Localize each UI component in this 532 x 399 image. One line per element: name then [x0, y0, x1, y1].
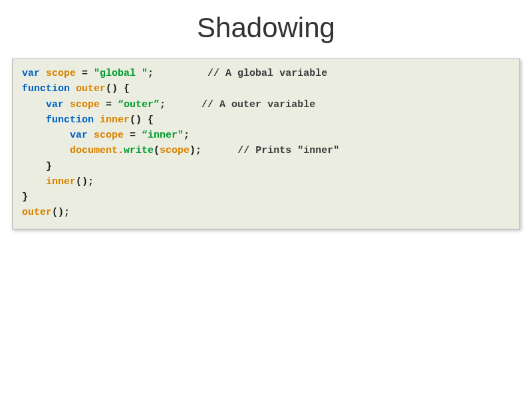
- parens: (): [106, 83, 118, 94]
- code-line-10: outer();: [22, 205, 510, 220]
- code-line-1: var scope = "global "; // A global varia…: [22, 66, 510, 81]
- semicolon: ;: [148, 68, 154, 79]
- code-line-9: }: [22, 190, 510, 205]
- semicolon: ;: [64, 207, 70, 218]
- parens: (): [52, 207, 64, 218]
- semicolon: ;: [196, 145, 201, 156]
- gap: [201, 145, 237, 156]
- code-line-4: function inner() {: [22, 112, 510, 128]
- code-line-8: inner();: [22, 174, 510, 190]
- semicolon: ;: [88, 176, 94, 188]
- identifier-scope: scope: [160, 145, 190, 156]
- code-block: var scope = "global "; // A global varia…: [12, 59, 520, 229]
- string-inner: “inner": [142, 130, 184, 141]
- keyword-var: var: [46, 99, 64, 110]
- equals: =: [100, 99, 118, 110]
- semicolon: ;: [184, 130, 190, 141]
- brace-close: }: [46, 161, 52, 172]
- parens: (): [76, 176, 88, 188]
- slide-title: Shadowing: [0, 12, 532, 44]
- code-line-5: var scope = “inner";: [22, 128, 510, 143]
- identifier-scope: scope: [94, 130, 124, 141]
- code-line-7: }: [22, 159, 510, 174]
- space: [94, 114, 100, 126]
- slide: Shadowing var scope = "global "; // A gl…: [0, 12, 532, 399]
- gap: [166, 99, 201, 110]
- string-global: "global ": [94, 68, 148, 79]
- paren-open: (: [154, 145, 160, 156]
- equals: =: [124, 130, 142, 141]
- code-line-3: var scope = “outer”; // A outer variable: [22, 97, 510, 112]
- keyword-function: function: [46, 114, 94, 126]
- identifier-write: write: [124, 145, 154, 156]
- code-line-2: function outer() {: [22, 81, 510, 96]
- comment-global: // A global variable: [207, 68, 327, 79]
- equals: =: [76, 68, 94, 79]
- keyword-function: function: [22, 83, 70, 94]
- space: [88, 130, 94, 141]
- identifier-outer: outer: [22, 207, 52, 218]
- identifier-outer: outer: [76, 83, 106, 94]
- identifier-inner: inner: [46, 176, 76, 188]
- comment-inner: // Prints "inner": [237, 145, 339, 156]
- comment-outer: // A outer variable: [201, 99, 315, 110]
- brace-open: {: [142, 114, 154, 126]
- brace-close: }: [22, 192, 28, 203]
- code-line-6: document.write(scope); // Prints "inner": [22, 143, 510, 158]
- identifier-scope: scope: [46, 68, 76, 79]
- brace-open: {: [118, 83, 130, 94]
- identifier-document: document: [70, 145, 118, 156]
- identifier-inner: inner: [100, 114, 130, 126]
- string-outer: “outer”: [118, 99, 160, 110]
- parens: (): [130, 114, 142, 126]
- dot: .: [118, 145, 124, 156]
- identifier-scope: scope: [70, 99, 100, 110]
- keyword-var: var: [22, 68, 40, 79]
- space: [70, 83, 76, 94]
- keyword-var: var: [70, 130, 88, 141]
- space: [64, 99, 70, 110]
- space: [40, 68, 46, 79]
- gap: [154, 68, 207, 79]
- paren-close: ): [190, 145, 196, 156]
- semicolon: ;: [160, 99, 166, 110]
